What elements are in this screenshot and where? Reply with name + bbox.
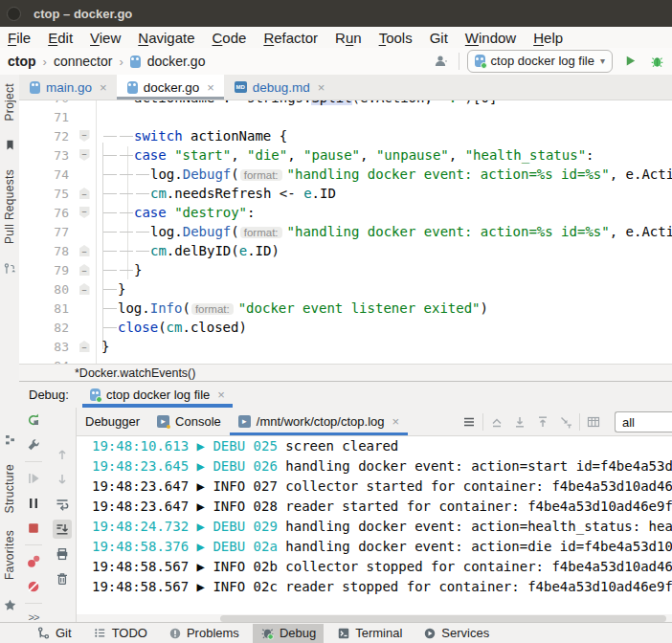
scrollbar-thumb[interactable] xyxy=(220,615,666,622)
favorites-star-icon[interactable] xyxy=(3,598,17,612)
move-down-icon[interactable] xyxy=(510,412,529,432)
close-icon[interactable]: × xyxy=(217,388,225,402)
tool-window-button-services[interactable]: Services xyxy=(415,624,497,643)
editor-tab-debug-md[interactable]: MDdebug.md× xyxy=(224,75,335,100)
token: "health_status" xyxy=(465,147,586,163)
menu-item-window[interactable]: Window xyxy=(457,30,525,46)
fold-end-icon[interactable]: – xyxy=(79,245,90,256)
close-icon[interactable]: × xyxy=(207,80,214,95)
debug-session-tab[interactable]: ctop docker log file × xyxy=(82,382,233,408)
breadcrumb-package[interactable]: connector xyxy=(54,54,112,69)
tool-window-stripe-left: ProjectPull RequestsStructureFavorites xyxy=(0,75,20,622)
sidebar-item-favorites[interactable]: Favorites xyxy=(3,530,16,580)
sidebar-item-pull-requests[interactable]: Pull Requests xyxy=(3,169,16,244)
pull-request-icon[interactable] xyxy=(3,262,16,276)
token: log. xyxy=(150,166,183,182)
menu-item-run[interactable]: Run xyxy=(326,30,370,46)
go-debug-config-icon xyxy=(90,388,101,401)
menu-item-tools[interactable]: Tools xyxy=(370,30,421,46)
tab-whitespace xyxy=(103,289,117,290)
debug-button[interactable] xyxy=(647,52,666,71)
code-tokens: log.Debugf(format:"handling docker event… xyxy=(150,224,672,239)
editor-tab-docker-go[interactable]: docker.go× xyxy=(117,75,224,100)
fold-end-icon[interactable]: – xyxy=(79,188,90,199)
soft-wrap-icon[interactable] xyxy=(53,495,72,514)
fold-end-icon[interactable]: – xyxy=(79,283,90,295)
services-icon xyxy=(423,627,437,640)
token: ( xyxy=(182,300,190,316)
fold-collapse-icon[interactable]: – xyxy=(79,207,90,218)
sidebar-item-project[interactable]: Project xyxy=(3,83,16,121)
layout-grid-icon[interactable] xyxy=(584,412,603,432)
console-tab-label: /mnt/work/ctop/ctop.log xyxy=(257,414,385,429)
horizontal-scrollbar[interactable] xyxy=(77,614,672,622)
structure-icon[interactable] xyxy=(4,433,16,446)
up-stack-icon[interactable] xyxy=(53,445,72,464)
menu-item-help[interactable]: Help xyxy=(525,30,571,46)
line-number: 78 xyxy=(19,244,73,258)
run-configuration-select[interactable]: ctop docker log file ▾ xyxy=(467,50,613,73)
tool-window-button-git[interactable]: Git xyxy=(29,624,79,643)
fold-collapse-icon[interactable]: – xyxy=(79,149,90,161)
token: , xyxy=(449,147,465,163)
token: Debugf xyxy=(183,166,232,182)
move-up-icon[interactable] xyxy=(533,412,552,432)
console-tab-debugger[interactable]: Debugger xyxy=(77,408,148,435)
tab-whitespace xyxy=(136,251,149,252)
clear-console-icon[interactable] xyxy=(53,569,72,588)
sidebar-item-structure[interactable]: Structure xyxy=(3,464,16,513)
menu-item-navigate[interactable]: Navigate xyxy=(129,30,203,46)
fold-collapse-icon[interactable]: – xyxy=(79,130,90,142)
stop-icon[interactable] xyxy=(24,519,43,538)
menu-item-file[interactable]: File xyxy=(0,30,39,46)
menu-item-git[interactable]: Git xyxy=(421,30,457,46)
expand-all-icon[interactable] xyxy=(487,412,506,432)
avatar-icon[interactable] xyxy=(432,52,451,71)
view-breakpoints-icon[interactable] xyxy=(24,552,43,571)
bookmark-icon[interactable] xyxy=(4,139,16,151)
mute-breakpoints-icon[interactable] xyxy=(24,577,43,596)
close-icon[interactable]: × xyxy=(318,80,325,95)
menu-icon[interactable] xyxy=(459,412,479,432)
scroll-to-end-icon[interactable] xyxy=(53,520,72,539)
context-method-label: *Docker.watchEvents() xyxy=(19,366,195,380)
run-button[interactable] xyxy=(620,52,639,71)
pause-program-icon[interactable] xyxy=(24,494,43,513)
scroll-to-cursor-icon[interactable] xyxy=(556,412,575,432)
token: "pause" xyxy=(303,147,360,163)
menu-item-refactor[interactable]: Refactor xyxy=(255,30,326,46)
close-icon[interactable]: × xyxy=(392,414,399,429)
tool-window-button-debug[interactable]: Debug xyxy=(253,624,324,643)
line-number: 70 xyxy=(19,100,73,105)
token: )[0] xyxy=(465,100,498,105)
down-stack-icon[interactable] xyxy=(53,470,72,489)
console-tab-log-file[interactable]: ▸/mnt/work/ctop/ctop.log× xyxy=(230,408,408,435)
tool-window-button-terminal[interactable]: Terminal xyxy=(329,624,410,643)
token: .ID) xyxy=(247,243,280,258)
fold-end-icon[interactable]: – xyxy=(79,264,90,276)
code-tokens: } xyxy=(101,339,109,354)
log-level: INFO 02b xyxy=(213,559,285,574)
menu-item-edit[interactable]: Edit xyxy=(39,30,81,46)
fold-end-icon[interactable]: – xyxy=(79,341,90,352)
breadcrumb-file[interactable]: docker.go xyxy=(147,54,206,69)
log-level: DEBU 02a xyxy=(213,539,285,554)
menu-bar: FileEditViewNavigateCodeRefactorRunTools… xyxy=(0,27,672,48)
code-editor[interactable]: 70actionName := strings.Split(e.Action, … xyxy=(19,100,672,364)
close-icon[interactable]: × xyxy=(100,80,107,95)
editor-tab-main-go[interactable]: main.go× xyxy=(19,75,117,100)
breadcrumb-project[interactable]: ctop xyxy=(8,54,36,69)
log-output[interactable]: 19:48:10.613 ▶ DEBU 025 screen cleared19… xyxy=(77,436,672,614)
menu-item-code[interactable]: Code xyxy=(204,30,256,46)
settings-wrench-icon[interactable] xyxy=(24,435,43,455)
log-filter-select[interactable]: all xyxy=(615,411,672,432)
tool-window-button-todo[interactable]: TODO xyxy=(85,624,155,643)
console-tab-console[interactable]: ▸Console xyxy=(148,408,230,435)
menu-item-view[interactable]: View xyxy=(81,30,129,46)
rerun-icon[interactable] xyxy=(24,410,43,430)
tool-window-button-problems[interactable]: Problems xyxy=(161,624,247,643)
resume-program-icon[interactable] xyxy=(24,469,43,488)
print-icon[interactable] xyxy=(53,544,72,564)
terminal-icon xyxy=(337,627,350,640)
window-menu-button[interactable] xyxy=(7,7,21,21)
